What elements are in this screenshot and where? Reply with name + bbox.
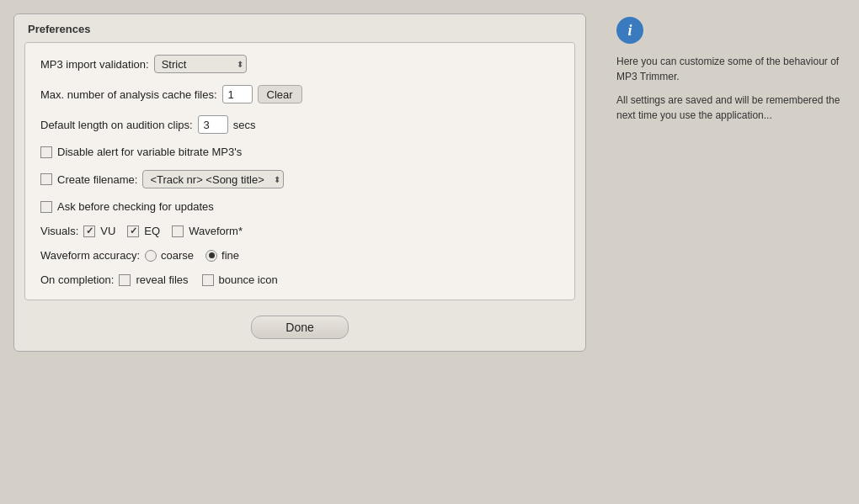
vu-checkbox[interactable] [83, 225, 95, 237]
mp3-import-select-wrapper: Strict Lenient None [154, 55, 247, 73]
cache-files-input[interactable] [222, 85, 253, 103]
visuals-label: Visuals: [40, 225, 78, 237]
vu-label: VU [100, 225, 115, 237]
fine-label: fine [221, 249, 239, 262]
default-length-label: Default length on audition clips: [40, 119, 193, 131]
default-length-row: Default length on audition clips: secs [40, 115, 559, 134]
ask-updates-label: Ask before checking for updates [57, 200, 214, 213]
left-panel: Preferences MP3 import validation: Stric… [0, 0, 600, 504]
fine-radio[interactable] [205, 250, 217, 262]
waveform-accuracy-row: Waveform accuracy: coarse fine [40, 249, 559, 262]
visuals-row: Visuals: VU EQ Waveform* [40, 225, 559, 237]
preferences-box: Preferences MP3 import validation: Stric… [13, 13, 586, 352]
eq-checkbox[interactable] [127, 225, 139, 237]
info-text: Here you can customize some of the behav… [616, 54, 842, 123]
right-panel: i Here you can customize some of the beh… [600, 0, 859, 504]
create-filename-label: Create filename: [57, 173, 137, 186]
cache-files-row: Max. number of analysis cache files: Cle… [40, 85, 559, 103]
fine-option: fine [205, 249, 239, 262]
ask-updates-checkbox[interactable] [40, 201, 52, 213]
cache-files-label: Max. number of analysis cache files: [40, 88, 217, 101]
waveform-label: Waveform* [189, 225, 243, 237]
ask-updates-row: Ask before checking for updates [40, 200, 559, 213]
default-length-input[interactable] [198, 115, 228, 134]
disable-alert-checkbox[interactable] [40, 146, 52, 158]
mp3-import-row: MP3 import validation: Strict Lenient No… [40, 55, 559, 73]
waveform-checkbox[interactable] [172, 225, 184, 237]
bounce-icon-label: bounce icon [219, 273, 278, 286]
done-button[interactable]: Done [251, 316, 348, 339]
disable-alert-row: Disable alert for variable bitrate MP3's [40, 146, 559, 158]
reveal-files-checkbox[interactable] [119, 274, 131, 286]
info-icon-letter: i [627, 22, 632, 40]
coarse-option: coarse [145, 249, 194, 262]
create-filename-select[interactable]: <Track nr> <Song title> <Song title> <Tr… [142, 170, 284, 188]
bounce-icon-checkbox[interactable] [202, 274, 214, 286]
prefs-title: Preferences [14, 14, 585, 42]
create-filename-checkbox[interactable] [40, 173, 52, 185]
eq-label: EQ [144, 225, 160, 237]
on-completion-row: On completion: reveal files bounce icon [40, 273, 559, 286]
info-text-1: Here you can customize some of the behav… [616, 54, 842, 84]
prefs-inner: MP3 import validation: Strict Lenient No… [24, 42, 575, 300]
clear-button[interactable]: Clear [258, 85, 302, 103]
coarse-label: coarse [161, 249, 194, 262]
mp3-import-select[interactable]: Strict Lenient None [154, 55, 247, 73]
info-icon: i [616, 17, 643, 44]
coarse-radio[interactable] [145, 250, 157, 262]
on-completion-label: On completion: [40, 273, 114, 286]
secs-label: secs [233, 119, 256, 131]
info-text-2: All settings are saved and will be remem… [616, 93, 842, 123]
reveal-files-label: reveal files [136, 273, 188, 286]
disable-alert-label: Disable alert for variable bitrate MP3's [57, 146, 242, 158]
done-button-area: Done [14, 310, 585, 339]
waveform-accuracy-label: Waveform accuracy: [40, 249, 140, 262]
create-filename-row: Create filename: <Track nr> <Song title>… [40, 170, 559, 188]
mp3-import-label: MP3 import validation: [40, 58, 149, 71]
create-filename-select-wrapper: <Track nr> <Song title> <Song title> <Tr… [142, 170, 284, 188]
